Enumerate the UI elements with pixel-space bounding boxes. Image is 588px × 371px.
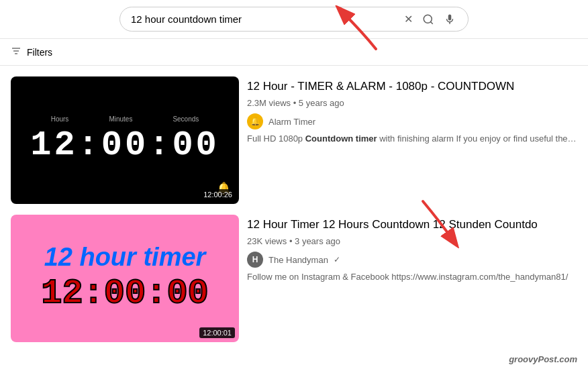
channel-row-1: 🔔 Alarm Timer: [247, 113, 577, 129]
video-age-1: 5 years ago: [299, 98, 344, 108]
svg-point-0: [424, 15, 432, 23]
watermark-text: groovyPost.com: [509, 354, 577, 364]
video-info-2: 12 Hour Timer 12 Hours Countdown 12 Stun…: [247, 215, 577, 282]
minutes-label: Minutes: [109, 115, 132, 123]
video-timestamp-2: 12:00:01: [199, 327, 235, 338]
filters-icon: [11, 46, 21, 58]
thumb2-bottom-text: 12:00:00: [41, 274, 209, 313]
channel-avatar-2: H: [247, 252, 263, 268]
thumbnail-1[interactable]: Hours Minutes Seconds 12:00:00 🔔 12:00:2…: [11, 76, 239, 204]
channel-avatar-1: 🔔: [247, 113, 263, 129]
channel-row-2: H The Handyman ✓: [247, 252, 577, 268]
video-timestamp-1: 12:00:26: [201, 189, 235, 200]
hours-label: Hours: [51, 115, 69, 123]
verified-icon-2: ✓: [334, 255, 340, 264]
view-count-1: 2.3M views: [247, 98, 291, 108]
clock-display-1: 12:00:00: [30, 125, 219, 165]
watermark: groovyPost.com: [509, 354, 577, 364]
channel-name-1[interactable]: Alarm Timer: [268, 117, 315, 127]
header: ✕: [0, 0, 588, 39]
view-count-2: 23K views: [247, 236, 287, 246]
clear-button[interactable]: ✕: [403, 11, 414, 27]
video-meta-1: 2.3M views • 5 years ago: [247, 98, 577, 108]
seconds-label: Seconds: [173, 115, 199, 123]
separator-2: •: [289, 236, 295, 246]
results-area: Hours Minutes Seconds 12:00:00 🔔 12:00:2…: [0, 66, 588, 353]
separator-1: •: [293, 98, 299, 108]
video-meta-2: 23K views • 3 years ago: [247, 236, 577, 246]
search-input[interactable]: [131, 13, 397, 25]
channel-name-2[interactable]: The Handyman: [268, 255, 328, 265]
thumbnail-2[interactable]: 12 hour timer 12:00:00 12:00:01: [11, 215, 239, 342]
video-title-1[interactable]: 12 Hour - TIMER & ALARM - 1080p - COUNTD…: [247, 79, 577, 94]
filters-bar: Filters: [0, 39, 588, 66]
svg-line-1: [430, 21, 432, 23]
video-result-2: 12 hour timer 12:00:00 12:00:01 12 Hour …: [11, 215, 577, 342]
filters-label[interactable]: Filters: [27, 47, 52, 58]
search-button[interactable]: [421, 12, 436, 27]
video-description-1: Full HD 1080p Countdown timer with finis…: [247, 134, 577, 144]
video-result-1: Hours Minutes Seconds 12:00:00 🔔 12:00:2…: [11, 76, 577, 204]
search-bar: ✕: [119, 7, 469, 32]
video-title-2[interactable]: 12 Hour Timer 12 Hours Countdown 12 Stun…: [247, 217, 577, 232]
video-age-2: 3 years ago: [295, 236, 340, 246]
video-info-1: 12 Hour - TIMER & ALARM - 1080p - COUNTD…: [247, 76, 577, 144]
video-description-2: Follow me on Instagram & Facebook https:…: [247, 272, 577, 282]
thumb2-top-text: 12 hour timer: [44, 244, 206, 272]
clock-labels-1: Hours Minutes Seconds: [51, 115, 199, 123]
voice-search-button[interactable]: [442, 12, 457, 27]
